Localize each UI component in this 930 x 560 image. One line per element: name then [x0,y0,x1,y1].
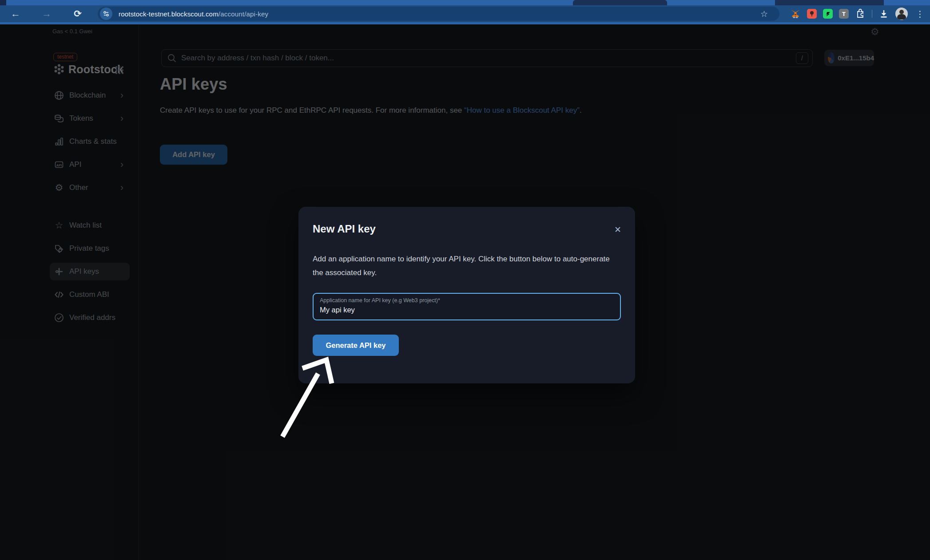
window-edge [0,0,6,5]
browser-tab[interactable] [775,0,884,5]
application-name-field[interactable]: Application name for API key (e.g Web3 p… [313,293,621,320]
browser-tab[interactable] [573,0,667,5]
avatar-body-shape [897,14,906,20]
browser-toolbar: ← → ⟳ rootstock-testnet.blockscout.com/a… [0,5,930,22]
new-api-key-modal: New API key ✕ Add an application name to… [298,207,635,383]
site-info-icon[interactable] [100,8,112,20]
browser-menu-kebab-icon[interactable]: ⋮ [916,9,924,19]
browser-tab-strip [0,0,930,5]
application-name-label: Application name for API key (e.g Web3 p… [320,297,440,304]
browser-back-button[interactable]: ← [8,6,23,21]
modal-body-text: Add an application name to identify your… [313,252,621,280]
pin-extension-icon[interactable] [807,9,817,19]
tampermonkey-extension-icon[interactable]: T [839,9,849,19]
browser-extensions-area: T ⋮ [790,8,924,20]
extensions-puzzle-icon[interactable] [855,8,866,19]
url-host: rootstock-testnet.blockscout.com [119,10,219,18]
green-extension-icon[interactable] [823,9,833,19]
url-path: /account/api-key [219,10,268,18]
url-text[interactable]: rootstock-testnet.blockscout.com/account… [119,10,268,18]
metamask-extension-icon[interactable] [790,8,801,19]
downloads-icon[interactable] [878,8,889,19]
application-name-input[interactable] [320,306,613,314]
generate-api-key-button[interactable]: Generate API key [313,335,399,356]
browser-address-bar[interactable]: rootstock-testnet.blockscout.com/account… [98,7,779,21]
tune-icon [103,10,110,17]
modal-title: New API key [313,223,376,235]
browser-reload-button[interactable]: ⟳ [70,6,85,21]
toolbar-separator [872,10,872,18]
browser-forward-button[interactable]: → [39,6,54,21]
bookmark-star-icon[interactable]: ☆ [760,9,768,19]
flag-glyph-icon [825,11,831,17]
pin-glyph-icon [809,11,815,17]
avatar-head-shape [899,10,904,14]
browser-profile-avatar[interactable] [895,8,908,20]
close-icon[interactable]: ✕ [612,224,624,235]
